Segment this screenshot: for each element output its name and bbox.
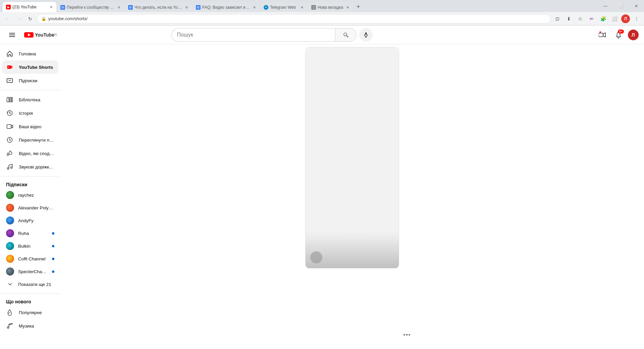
- tab-favicon-g2: G: [128, 5, 133, 10]
- tab-title-yt: (23) YouTube: [12, 5, 47, 9]
- close-icon[interactable]: ✕: [48, 4, 54, 10]
- history-icon: [6, 109, 13, 117]
- close-icon[interactable]: ✕: [116, 5, 121, 10]
- close-icon[interactable]: ✕: [299, 5, 305, 10]
- new-section-title: Що нового: [0, 296, 60, 306]
- sub-label-ruha: Ruha: [18, 231, 48, 236]
- edit-icon[interactable]: ✏: [587, 14, 596, 23]
- close-icon[interactable]: ✕: [252, 5, 257, 10]
- youtube-logo[interactable]: YouTube UA: [24, 32, 57, 38]
- subscriptions-section-title: Підписки: [0, 179, 60, 189]
- header-actions: + 9+ Л: [596, 28, 639, 42]
- downloads-icon[interactable]: ⬇: [564, 14, 574, 23]
- avatar-raychez: [6, 191, 14, 199]
- sidebar-label-audio: Звукові доріжки з ...: [19, 164, 54, 169]
- svg-rect-8: [365, 32, 367, 35]
- sidebar: Головна S YouTube Shorts: [0, 44, 60, 349]
- sub-label-bulkin: Bulkin: [18, 244, 48, 249]
- svg-text:YouTube: YouTube: [35, 32, 54, 38]
- close-icon[interactable]: ✕: [345, 5, 350, 10]
- sidebar-label-your-videos: Ваші відео: [19, 124, 41, 129]
- browser-window: ▶ (23) YouTube ✕ G Перейти к сообществу …: [0, 0, 644, 349]
- menu-button[interactable]: ⋮: [632, 14, 641, 23]
- sidebar-sub-specter[interactable]: SpecterChannel: [2, 265, 58, 278]
- avatar-andyfy: [6, 216, 14, 225]
- address-bar[interactable]: 🔒 youtube.com/shorts/: [37, 14, 551, 23]
- svg-rect-1: [9, 35, 15, 35]
- sidebar-item-history[interactable]: Історія: [2, 106, 58, 120]
- tab-new[interactable]: ◻ Нова вкладка ✕: [308, 3, 353, 12]
- notification-dot-specter: [52, 270, 54, 273]
- liked-icon: [6, 150, 13, 157]
- country-label: UA: [52, 33, 57, 37]
- sidebar-divider: [0, 90, 60, 90]
- notification-badge: 9+: [618, 30, 624, 34]
- svg-rect-11: [599, 33, 603, 37]
- maximize-button[interactable]: ⬜: [613, 0, 629, 12]
- lock-icon: 🔒: [41, 16, 46, 21]
- tab-g3[interactable]: G FAQ: Видео зависает или не... ✕: [193, 3, 260, 12]
- svg-marker-12: [603, 33, 605, 37]
- shorts-more-options-button[interactable]: •••: [402, 330, 413, 340]
- tab-favicon-g3: G: [196, 5, 201, 10]
- sidebar-sub-raychez[interactable]: raychez: [2, 189, 58, 201]
- avatar-alexander: [6, 204, 14, 212]
- profile-switcher-icon[interactable]: ⬜: [610, 14, 619, 23]
- sub-label-raychez: raychez: [18, 193, 54, 198]
- sidebar-label-popular: Популярне: [19, 310, 42, 315]
- sidebar-sub-coffi[interactable]: Coffi Channel: [2, 252, 58, 265]
- refresh-button[interactable]: ↻: [25, 14, 35, 23]
- close-window-button[interactable]: ✕: [629, 0, 644, 12]
- hamburger-menu-button[interactable]: [5, 28, 19, 42]
- sidebar-sub-bulkin[interactable]: Bulkin: [2, 240, 58, 252]
- extensions-icon[interactable]: 🧩: [598, 14, 608, 23]
- popular-icon: [6, 309, 13, 316]
- subscriptions-icon: [6, 77, 13, 84]
- sidebar-item-shorts[interactable]: S YouTube Shorts: [2, 60, 58, 74]
- sidebar-sub-andyfy[interactable]: AndyFy: [2, 214, 58, 227]
- search-button[interactable]: [335, 28, 357, 42]
- notification-dot-ruha: [52, 232, 54, 235]
- sidebar-item-watch-later[interactable]: Переглянути пізні...: [2, 133, 58, 147]
- sidebar-sub-alexander[interactable]: Alexander PolyAK: [2, 201, 58, 214]
- show-more-subscriptions-button[interactable]: Показати ще 21: [2, 278, 58, 291]
- tab-favicon-new: ◻: [311, 5, 316, 10]
- sidebar-item-home[interactable]: Головна: [2, 47, 58, 60]
- tab-telegram[interactable]: ✈ Telegram Web ✕: [260, 3, 307, 12]
- sidebar-item-your-videos[interactable]: Ваші відео: [2, 120, 58, 133]
- sidebar-item-audio[interactable]: Звукові доріжки з ...: [2, 160, 58, 173]
- shorts-player-wrapper: •••: [305, 47, 399, 346]
- shorts-player[interactable]: [305, 47, 399, 268]
- tab-g2[interactable]: G Что делать, если на YouTube по... ✕: [125, 3, 192, 12]
- close-icon[interactable]: ✕: [184, 5, 189, 10]
- forward-button[interactable]: →: [14, 14, 23, 23]
- sidebar-label-subscriptions: Підписки: [19, 78, 38, 83]
- tab-favicon-tg: ✈: [264, 5, 268, 10]
- sidebar-sub-ruha[interactable]: Ruha: [2, 227, 58, 240]
- back-button[interactable]: ←: [3, 14, 12, 23]
- minimize-button[interactable]: —: [598, 0, 613, 12]
- user-profile-button[interactable]: Л: [621, 14, 630, 23]
- sidebar-label-history: Історія: [19, 111, 33, 116]
- sidebar-item-library[interactable]: Бібліотека: [2, 93, 58, 106]
- sidebar-item-liked[interactable]: Відео, які сподоба...: [2, 147, 58, 160]
- user-avatar[interactable]: Л: [628, 30, 639, 40]
- create-button[interactable]: +: [596, 28, 609, 42]
- tab-g1[interactable]: G Перейти к сообществу сервис... ✕: [57, 3, 124, 12]
- tab-youtube[interactable]: ▶ (23) YouTube ✕: [3, 2, 56, 12]
- sidebar-item-popular[interactable]: Популярне: [2, 306, 58, 319]
- url-text: youtube.com/shorts/: [48, 16, 88, 21]
- notification-dot-coffi: [52, 258, 54, 260]
- sidebar-item-music[interactable]: Музика: [2, 319, 58, 333]
- mic-button[interactable]: [359, 28, 373, 42]
- svg-line-7: [346, 36, 348, 37]
- sidebar-label-watch-later: Переглянути пізні...: [19, 138, 54, 143]
- search-input[interactable]: [171, 28, 335, 42]
- cast-icon[interactable]: ⊡: [553, 14, 562, 23]
- bookmark-icon[interactable]: ✩: [576, 14, 585, 23]
- sidebar-item-subscriptions[interactable]: Підписки: [2, 74, 58, 87]
- shorts-icon: S: [6, 63, 13, 71]
- notifications-button[interactable]: 9+: [612, 28, 625, 42]
- new-tab-button[interactable]: +: [354, 2, 363, 11]
- library-icon: [6, 96, 13, 103]
